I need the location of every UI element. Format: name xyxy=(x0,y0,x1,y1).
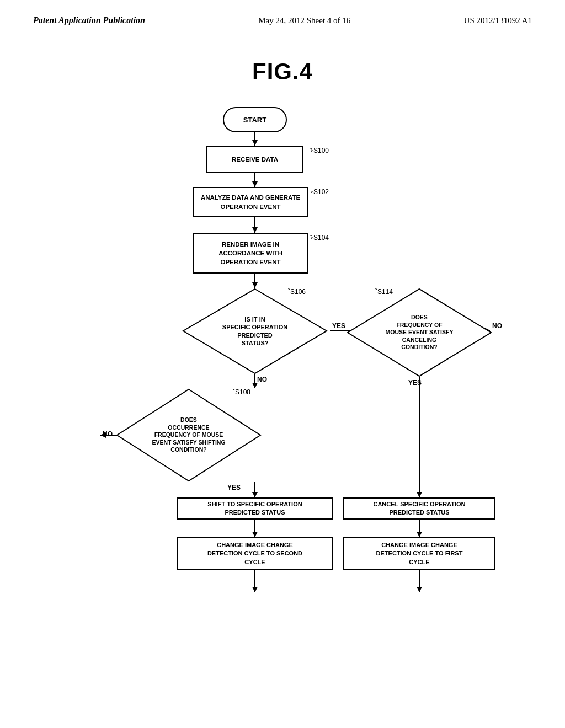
s118-shape: CHANGE IMAGE CHANGE DETECTION CYCLE TO F… xyxy=(343,537,495,570)
s110-text: SHIFT TO SPECIFIC OPERATION PREDICTED ST… xyxy=(207,500,302,517)
svg-marker-3 xyxy=(252,181,258,187)
s104-text: RENDER IMAGE IN ACCORDANCE WITH OPERATIO… xyxy=(218,240,282,266)
s102-shape: ANALYZE DATA AND GENERATE OPERATION EVEN… xyxy=(193,187,308,217)
start-shape: START xyxy=(223,107,287,132)
s108-yes-label: YES xyxy=(227,484,241,491)
s106-diamond: IS IT IN SPECIFIC OPERATION PREDICTED ST… xyxy=(182,288,328,374)
s118-text: CHANGE IMAGE CHANGE DETECTION CYCLE TO F… xyxy=(376,541,463,566)
s106-text: IS IT IN SPECIFIC OPERATION PREDICTED ST… xyxy=(222,315,287,347)
s110-shape: SHIFT TO SPECIFIC OPERATION PREDICTED ST… xyxy=(177,497,333,520)
diagram-area: FIG.4 xyxy=(0,58,565,625)
s114-diamond: DOES FREQUENCY OF MOUSE EVENT SATISFY CA… xyxy=(347,288,492,377)
s112-shape: CHANGE IMAGE CHANGE DETECTION CYCLE TO S… xyxy=(177,537,333,570)
s100-step-label: ⸊S100 xyxy=(310,147,329,154)
svg-marker-7 xyxy=(252,282,258,288)
s106-yes-label: YES xyxy=(332,322,345,330)
svg-marker-17 xyxy=(252,532,258,537)
s114-no-label: NO xyxy=(492,322,502,330)
s108-diamond: DOES OCCURRENCE FREQUENCY OF MOUSE EVENT… xyxy=(116,388,262,482)
publication-label: Patent Application Publication xyxy=(33,15,145,25)
svg-marker-11 xyxy=(252,383,258,388)
page-header: Patent Application Publication May 24, 2… xyxy=(0,0,565,25)
s108-text: DOES OCCURRENCE FREQUENCY OF MOUSE EVENT… xyxy=(152,416,225,454)
svg-marker-19 xyxy=(252,587,258,592)
s112-text: CHANGE IMAGE CHANGE DETECTION CYCLE TO S… xyxy=(207,541,302,566)
fig-title: FIG.4 xyxy=(252,58,313,85)
s108-no-label: NO xyxy=(103,430,113,438)
start-label: START xyxy=(243,116,266,124)
s104-step-label: ⸊S104 xyxy=(310,234,329,242)
svg-marker-1 xyxy=(252,140,258,146)
svg-marker-5 xyxy=(252,227,258,233)
svg-marker-27 xyxy=(417,587,422,592)
svg-marker-25 xyxy=(417,532,422,537)
s102-step-label: ⸊S102 xyxy=(310,188,329,196)
s116-shape: CANCEL SPECIFIC OPERATION PREDICTED STAT… xyxy=(343,497,495,520)
s114-text: DOES FREQUENCY OF MOUSE EVENT SATISFY CA… xyxy=(386,314,454,351)
svg-marker-15 xyxy=(252,492,258,497)
sheet-info: May 24, 2012 Sheet 4 of 16 xyxy=(258,16,350,25)
s100-shape: RECEIVE DATA xyxy=(206,146,303,173)
flowchart: START ⸊S100 RECEIVE DATA ⸊S102 ANALYZE D… xyxy=(56,101,509,625)
s114-yes-label: YES xyxy=(408,379,422,387)
s100-label: RECEIVE DATA xyxy=(232,155,278,164)
s102-text: ANALYZE DATA AND GENERATE OPERATION EVEN… xyxy=(201,193,300,211)
s104-shape: RENDER IMAGE IN ACCORDANCE WITH OPERATIO… xyxy=(193,233,308,274)
s116-text: CANCEL SPECIFIC OPERATION PREDICTED STAT… xyxy=(373,500,465,517)
s106-no-label: NO xyxy=(257,376,267,383)
patent-number: US 2012/131092 A1 xyxy=(464,16,532,25)
svg-marker-23 xyxy=(417,492,422,497)
